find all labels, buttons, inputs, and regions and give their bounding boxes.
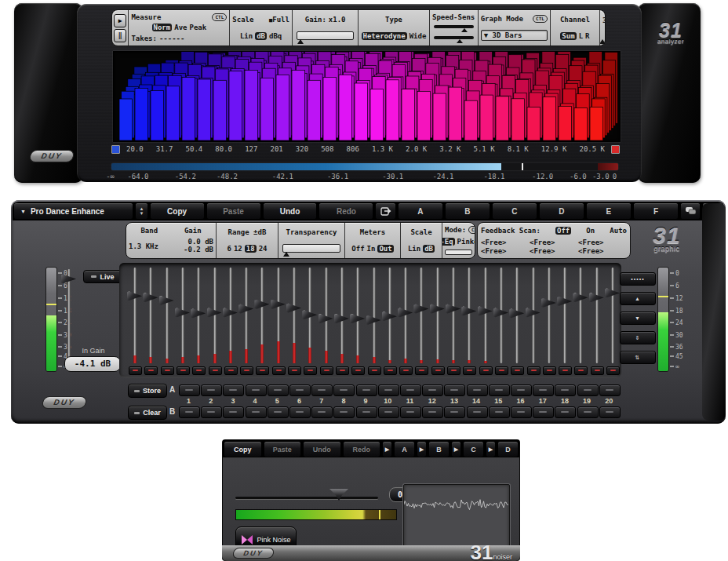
band-button[interactable]: [606, 366, 620, 375]
meters-option-out[interactable]: Out: [377, 245, 393, 253]
curve-expand-button[interactable]: ⇕: [620, 331, 656, 344]
speed-slider-1[interactable]: [434, 25, 474, 28]
stepper-up-icon[interactable]: ▲: [140, 207, 144, 211]
feedback-auto[interactable]: Auto: [610, 227, 627, 235]
live-button[interactable]: Live: [83, 270, 122, 283]
preset-slot-a-10[interactable]: [378, 384, 399, 396]
measure-mode-ave[interactable]: Ave: [174, 24, 187, 31]
band-button[interactable]: [256, 366, 269, 375]
speed-slider-2[interactable]: [434, 36, 474, 39]
meters-option-in[interactable]: In: [367, 245, 376, 253]
preset-slot-b-5[interactable]: [268, 406, 289, 418]
measure-mode-norm[interactable]: Norm: [152, 24, 173, 31]
band-button[interactable]: [543, 366, 556, 375]
band-button[interactable]: [431, 366, 445, 375]
range-option-18[interactable]: 18: [245, 245, 257, 253]
graph-mode-ctl-badge[interactable]: CTL: [533, 15, 548, 23]
band-button[interactable]: [336, 366, 349, 375]
graph-mode-dropdown[interactable]: ▼ 3D Bars: [481, 30, 548, 41]
preset-slot-b-18[interactable]: [555, 406, 576, 418]
eq-bank-c-button[interactable]: C: [492, 202, 537, 220]
preset-slot-a-12[interactable]: [422, 384, 443, 396]
scale-option-lin[interactable]: Lin: [408, 245, 420, 253]
preset-slot-b-6[interactable]: [289, 406, 311, 418]
noiser-bank-b-button[interactable]: B: [428, 441, 450, 457]
band-button[interactable]: [129, 366, 142, 375]
preset-dropdown[interactable]: ▼ Pro Dance Enhance: [13, 202, 133, 220]
advance-arrow-button[interactable]: ▶: [417, 441, 427, 457]
preset-slot-a-7[interactable]: [311, 384, 333, 396]
band-button[interactable]: [463, 366, 476, 375]
measure-ctl-badge[interactable]: CTL: [212, 13, 227, 21]
mode-ctl-badge[interactable]: CTL: [468, 226, 475, 234]
advance-arrow-button[interactable]: ▶: [382, 441, 392, 457]
band-button[interactable]: [177, 366, 190, 375]
feedback-slot[interactable]: <Free>: [481, 239, 530, 246]
pause-icon[interactable]: ‖: [114, 29, 126, 42]
noiser-bank-c-button[interactable]: C: [463, 441, 484, 457]
band-button[interactable]: [495, 366, 508, 375]
redo-button[interactable]: Redo: [318, 202, 373, 220]
band-button[interactable]: [192, 366, 206, 375]
preset-slot-b-7[interactable]: [311, 406, 333, 418]
preset-slot-a-4[interactable]: [246, 384, 267, 396]
preset-slot-b-3[interactable]: [223, 406, 244, 418]
undo-button[interactable]: Undo: [303, 441, 341, 457]
mode-option-pinker[interactable]: Pinker: [457, 238, 475, 246]
band-button[interactable]: [272, 366, 286, 375]
feedback-slot[interactable]: <Free>: [530, 239, 578, 246]
preset-slot-b-15[interactable]: [489, 406, 510, 418]
measure-mode-peak[interactable]: Peak: [189, 24, 206, 31]
noiser-bank-d-button[interactable]: D: [497, 441, 519, 457]
paste-button[interactable]: Paste: [206, 202, 261, 220]
band-button[interactable]: [351, 366, 365, 375]
scale-db[interactable]: dB: [255, 32, 267, 40]
preset-slot-b-19[interactable]: [577, 406, 599, 418]
preset-slot-a-16[interactable]: [511, 384, 532, 396]
preset-slot-b-17[interactable]: [533, 406, 554, 418]
channel-sum[interactable]: Sum: [560, 32, 576, 40]
preset-slot-a-11[interactable]: [400, 384, 421, 396]
preset-slot-a-20[interactable]: [599, 384, 621, 396]
preset-slot-a-19[interactable]: [577, 384, 599, 396]
band-button[interactable]: [240, 366, 253, 375]
band-button[interactable]: [415, 366, 428, 375]
speed-marker-2[interactable]: [457, 39, 463, 43]
preset-slot-a-13[interactable]: [444, 384, 465, 396]
clear-button[interactable]: Clear: [128, 406, 167, 420]
preset-slot-a-9[interactable]: [356, 384, 377, 396]
curve-flatten-button[interactable]: •••••: [620, 272, 656, 286]
channel-r[interactable]: R: [585, 32, 589, 40]
lag-marker[interactable]: [599, 39, 605, 44]
mode-option-g-eq[interactable]: G-Eq: [442, 238, 455, 246]
preset-slot-a-2[interactable]: [201, 384, 222, 396]
band-button[interactable]: [209, 366, 222, 375]
advance-arrow-button[interactable]: ▶: [486, 441, 496, 457]
band-button[interactable]: [527, 366, 541, 375]
preset-slot-a-15[interactable]: [489, 384, 510, 396]
paste-button[interactable]: Paste: [264, 441, 302, 457]
preset-slot-b-9[interactable]: [356, 406, 377, 418]
store-button[interactable]: Store: [128, 384, 167, 398]
band-button[interactable]: [161, 366, 174, 375]
band-button[interactable]: [574, 366, 588, 375]
preset-slot-a-5[interactable]: [268, 384, 289, 396]
preset-slot-a-8[interactable]: [333, 384, 355, 396]
preset-slot-b-8[interactable]: [333, 406, 355, 418]
preset-slot-b-16[interactable]: [511, 406, 532, 418]
noiser-bank-a-button[interactable]: A: [394, 441, 415, 457]
meters-option-off[interactable]: Off: [351, 245, 364, 253]
scale-option-db[interactable]: dB: [423, 245, 435, 253]
preset-slot-a-18[interactable]: [555, 384, 576, 396]
preset-slot-b-14[interactable]: [467, 406, 488, 418]
eq-bank-b-button[interactable]: B: [445, 202, 490, 220]
comments-button[interactable]: [680, 202, 701, 220]
scale-dbq[interactable]: dBq: [269, 32, 282, 40]
level-bar-tick[interactable]: [522, 163, 523, 170]
advance-arrow-button[interactable]: ▶: [451, 441, 461, 457]
preset-slot-b-12[interactable]: [422, 406, 443, 418]
export-button[interactable]: [375, 202, 396, 220]
copy-button[interactable]: Copy: [150, 202, 205, 220]
preset-slot-b-2[interactable]: [201, 406, 222, 418]
curve-lower-button[interactable]: ▼: [620, 311, 656, 325]
